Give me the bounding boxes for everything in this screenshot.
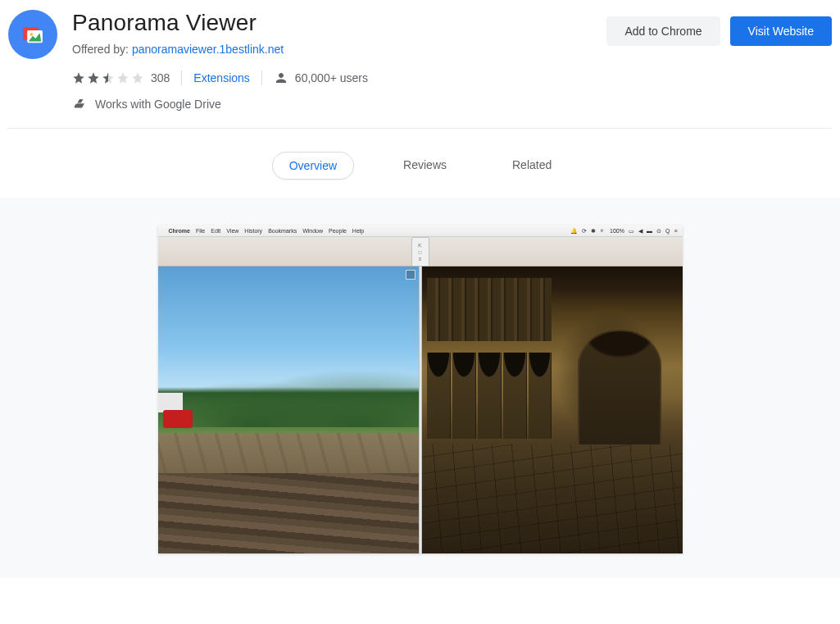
panorama-left-pane xyxy=(158,266,419,553)
app-icon xyxy=(8,10,57,59)
divider xyxy=(261,71,262,85)
visit-website-button[interactable]: Visit Website xyxy=(730,16,832,46)
screenshot-gallery: Chrome File Edit View History Bookmarks … xyxy=(0,198,840,578)
tab-related[interactable]: Related xyxy=(496,152,568,180)
divider xyxy=(181,71,182,85)
drive-icon xyxy=(72,97,87,112)
users-count: 60,000+ users xyxy=(295,71,368,84)
star-empty-icon xyxy=(116,71,129,84)
mac-menubar: Chrome File Edit View History Bookmarks … xyxy=(158,225,683,237)
star-icon xyxy=(87,71,100,84)
publisher-link[interactable]: panoramaviewer.1bestlink.net xyxy=(132,43,284,56)
star-icon xyxy=(72,71,85,84)
category-link[interactable]: Extensions xyxy=(193,71,249,84)
tab-overview[interactable]: Overview xyxy=(272,152,354,180)
user-icon xyxy=(274,71,288,85)
drive-label: Works with Google Drive xyxy=(95,98,221,111)
expand-icon xyxy=(406,270,415,280)
rating-stars[interactable] xyxy=(72,71,144,84)
tab-reviews[interactable]: Reviews xyxy=(387,152,463,180)
page-title: Panorama Viewer xyxy=(72,10,590,36)
star-half-icon xyxy=(102,71,115,84)
panorama-right-pane xyxy=(422,266,683,553)
svg-point-2 xyxy=(30,33,33,35)
add-to-chrome-button[interactable]: Add to Chrome xyxy=(606,16,720,46)
splitter-handle-icon: ⇱□≡ xyxy=(411,237,429,266)
offered-by: Offered by: panoramaviewer.1bestlink.net xyxy=(72,43,590,56)
star-empty-icon xyxy=(131,71,144,84)
screenshot-image[interactable]: Chrome File Edit View History Bookmarks … xyxy=(158,225,683,553)
tabs: Overview Reviews Related xyxy=(0,129,840,198)
rating-count[interactable]: 308 xyxy=(151,71,170,84)
